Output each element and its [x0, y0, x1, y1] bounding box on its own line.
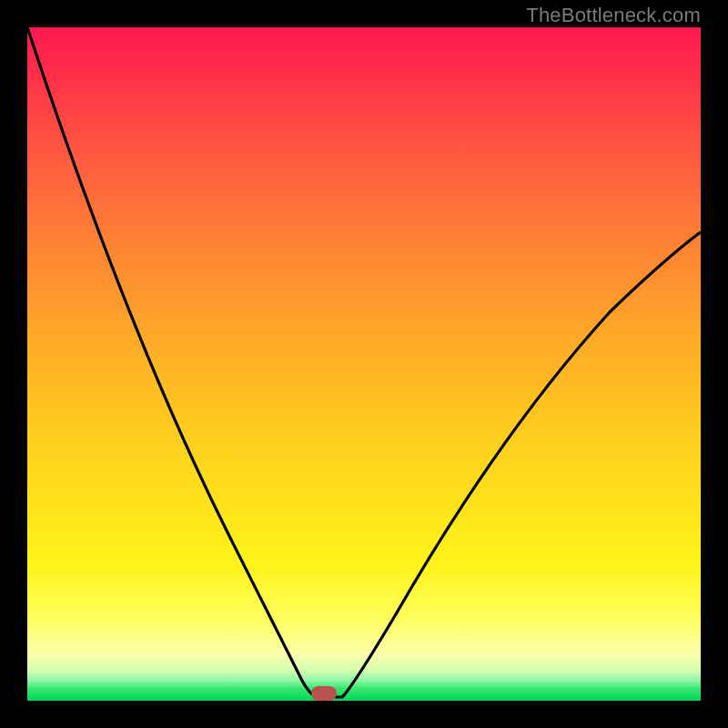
plot-area — [27, 27, 701, 701]
curve-path — [27, 27, 701, 697]
watermark-text: TheBottleneck.com — [526, 4, 701, 27]
chart-frame: TheBottleneck.com — [0, 0, 728, 728]
minimum-marker — [311, 686, 337, 701]
bottleneck-curve — [27, 27, 701, 701]
